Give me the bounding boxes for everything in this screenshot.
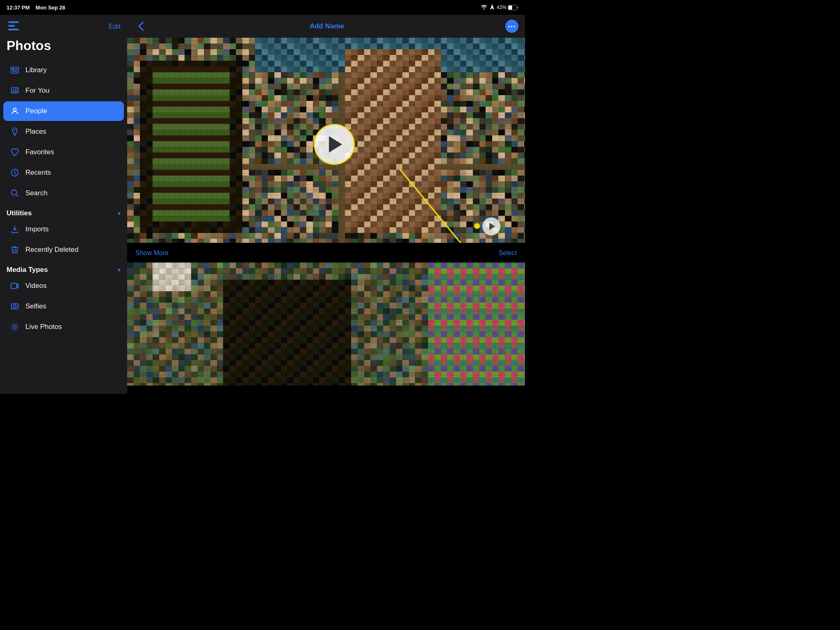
sidebar-item-search[interactable]: Search	[3, 183, 124, 203]
sidebar: Edit Photos Library	[0, 15, 127, 394]
svg-point-15	[13, 108, 16, 111]
trash-icon	[10, 245, 20, 255]
play-button-main[interactable]	[314, 124, 355, 165]
sidebar-item-recently-deleted[interactable]: Recently Deleted	[3, 240, 124, 260]
status-time-date: 12:37 PM Mon Sep 28	[7, 5, 65, 11]
play-triangle-small-icon	[489, 223, 495, 230]
svg-rect-1	[509, 5, 512, 9]
top-navigation-bar: Add Name ●●●	[127, 15, 525, 38]
sidebar-item-recents[interactable]: Recents	[3, 163, 124, 183]
people-icon	[10, 106, 20, 116]
svg-rect-3	[8, 25, 15, 27]
sidebar-item-imports[interactable]: Imports	[3, 219, 124, 239]
svg-point-16	[14, 130, 16, 131]
svg-rect-2	[8, 21, 19, 23]
photo-image-2	[127, 262, 525, 386]
search-icon	[10, 188, 20, 198]
svg-rect-5	[11, 67, 18, 73]
svg-point-18	[11, 190, 17, 195]
media-types-chevron[interactable]: ▾	[118, 267, 121, 273]
favorites-icon	[10, 147, 20, 157]
play-button-small[interactable]	[482, 217, 500, 235]
sidebar-header: Edit	[0, 15, 127, 37]
media-types-section-header: Media Types ▾	[0, 260, 127, 276]
videos-icon	[10, 281, 20, 291]
sidebar-item-live-photos[interactable]: Live Photos	[3, 317, 124, 337]
show-more-bar: Show More Select	[127, 244, 525, 262]
app-container: Edit Photos Library	[0, 15, 525, 394]
sidebar-item-for-you[interactable]: For You	[3, 81, 124, 100]
svg-rect-20	[11, 283, 17, 289]
status-date: Mon Sep 28	[36, 5, 65, 11]
pixel-overlay-2	[127, 262, 525, 386]
svg-rect-6	[12, 68, 14, 70]
selfies-icon	[10, 301, 20, 311]
utilities-section-header: Utilities ▾	[0, 203, 127, 219]
imports-icon	[10, 224, 20, 234]
annotation-dot	[474, 223, 480, 229]
sidebar-item-videos[interactable]: Videos	[3, 276, 124, 296]
sidebar-item-favorites[interactable]: Favorites	[3, 142, 124, 162]
status-indicators: 42%	[480, 4, 518, 11]
app-title: Photos	[0, 37, 127, 60]
sidebar-item-people-label: People	[25, 107, 47, 115]
battery-indicator: 42%	[497, 5, 518, 10]
live-photos-icon	[10, 322, 20, 332]
sidebar-item-selfies-label: Selfies	[25, 302, 46, 310]
wifi-icon	[480, 4, 488, 11]
photo-image-1	[127, 38, 525, 243]
sidebar-item-recently-deleted-label: Recently Deleted	[25, 246, 78, 254]
sidebar-item-recents-label: Recents	[25, 169, 51, 177]
photo-section-1	[127, 38, 525, 243]
sidebar-item-places[interactable]: Places	[3, 122, 124, 142]
main-content: Add Name ●●●	[127, 15, 525, 394]
battery-percentage: 42%	[497, 5, 507, 10]
svg-point-23	[13, 305, 16, 308]
sidebar-item-imports-label: Imports	[25, 225, 49, 233]
location-icon	[490, 4, 494, 11]
sidebar-item-search-label: Search	[25, 189, 48, 197]
play-triangle-icon	[329, 136, 342, 153]
svg-rect-4	[8, 29, 19, 30]
photo-section-2	[127, 262, 525, 386]
select-button[interactable]: Select	[499, 249, 517, 257]
status-bar: 12:37 PM Mon Sep 28 42%	[0, 0, 525, 15]
media-types-label: Media Types	[7, 266, 48, 274]
more-options-label: ●●●	[508, 25, 516, 28]
sidebar-item-live-photos-label: Live Photos	[25, 323, 62, 331]
sidebar-item-people[interactable]: People	[3, 101, 124, 121]
utilities-chevron[interactable]: ▾	[118, 210, 121, 217]
svg-point-25	[11, 324, 18, 331]
photo-area: Show More Select	[127, 38, 525, 394]
edit-button[interactable]: Edit	[109, 23, 121, 31]
back-button[interactable]	[134, 19, 148, 34]
sidebar-item-for-you-label: For You	[25, 87, 50, 95]
svg-point-11	[13, 89, 14, 90]
nav-title: Add Name	[310, 22, 344, 30]
utilities-label: Utilities	[7, 209, 32, 217]
recents-icon	[10, 168, 20, 178]
show-more-button[interactable]: Show More	[135, 249, 169, 257]
sidebar-item-favorites-label: Favorites	[25, 148, 54, 156]
sidebar-toggle-button[interactable]	[7, 20, 21, 33]
sidebar-item-videos-label: Videos	[25, 282, 47, 290]
places-icon	[10, 127, 20, 137]
svg-marker-21	[17, 284, 18, 288]
status-time: 12:37 PM	[7, 5, 30, 11]
sidebar-item-library[interactable]: Library	[3, 60, 124, 80]
sidebar-item-library-label: Library	[25, 66, 47, 74]
for-you-icon	[10, 86, 20, 96]
svg-line-19	[16, 194, 18, 197]
sidebar-item-selfies[interactable]: Selfies	[3, 297, 124, 316]
sidebar-item-places-label: Places	[25, 128, 46, 136]
library-icon	[10, 65, 20, 75]
more-options-button[interactable]: ●●●	[505, 20, 518, 33]
svg-rect-10	[11, 88, 18, 93]
svg-point-24	[13, 325, 16, 328]
